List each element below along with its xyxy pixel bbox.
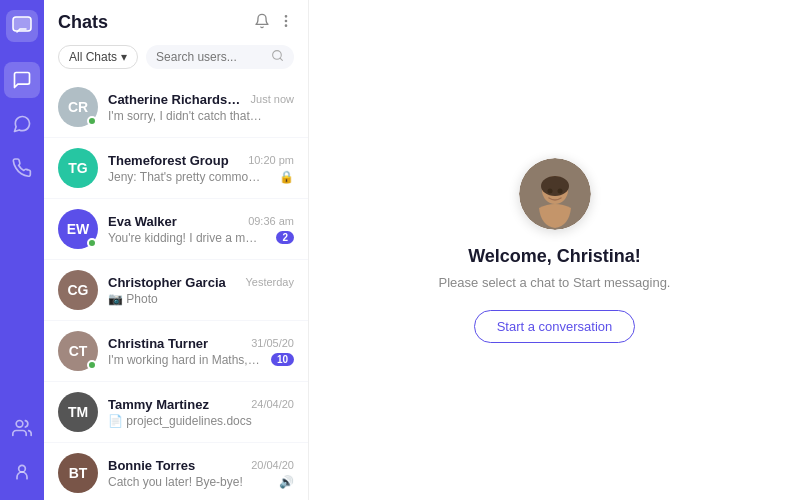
start-conversation-button[interactable]: Start a conversation [474, 310, 636, 343]
chat-items: CR Catherine Richardson Just now I'm sor… [44, 77, 308, 500]
nav-users[interactable] [4, 410, 40, 446]
chat-name: Themeforest Group [108, 153, 229, 168]
search-box [146, 45, 294, 69]
chat-item[interactable]: CT Christina Turner 31/05/20 I'm working… [44, 321, 308, 382]
chat-item[interactable]: TM Tammy Martinez 24/04/20 📄 project_gui… [44, 382, 308, 443]
chat-name: Tammy Martinez [108, 397, 209, 412]
chat-name: Bonnie Torres [108, 458, 195, 473]
chat-preview: Jeny: That's pretty common, I heard th..… [108, 170, 263, 184]
chat-time: 10:20 pm [248, 154, 294, 166]
chat-item[interactable]: EW Eva Walker 09:36 am You're kidding! I… [44, 199, 308, 260]
chat-list-panel: Chats All Chats ▾ [44, 0, 309, 500]
status-online [87, 360, 97, 370]
avatar-wrap: CG [58, 270, 98, 310]
avatar-wrap: EW [58, 209, 98, 249]
chat-item[interactable]: CG Christopher Garcia Yesterday 📷 Photo [44, 260, 308, 321]
chat-preview: You're kidding! I drive a motorcycle as … [108, 231, 263, 245]
chat-item[interactable]: BT Bonnie Torres 20/04/20 Catch you late… [44, 443, 308, 500]
chat-preview: I'm sorry, I didn't catch that. Could yo… [108, 109, 263, 123]
avatar-wrap: TG [58, 148, 98, 188]
status-online [87, 238, 97, 248]
chat-info: Bonnie Torres 20/04/20 Catch you later! … [108, 458, 294, 489]
header-actions [254, 13, 294, 33]
chat-info: Tammy Martinez 24/04/20 📄 project_guidel… [108, 397, 294, 428]
chat-time: 09:36 am [248, 215, 294, 227]
chat-preview: 📄 project_guidelines.docs [108, 414, 252, 428]
avatar-wrap: CR [58, 87, 98, 127]
svg-point-12 [557, 188, 562, 193]
svg-point-10 [541, 176, 569, 196]
nav-chat[interactable] [4, 62, 40, 98]
sidebar-nav [0, 0, 44, 500]
lock-icon: 🔒 [279, 170, 294, 184]
search-input[interactable] [156, 50, 265, 64]
more-icon[interactable] [278, 13, 294, 33]
svg-point-5 [285, 25, 286, 26]
chat-preview: 📷 Photo [108, 292, 158, 306]
unread-badge: 2 [276, 231, 294, 244]
search-icon [271, 49, 284, 65]
chat-list-header: Chats [44, 0, 308, 41]
avatar-wrap: BT [58, 453, 98, 493]
chat-time: Just now [251, 93, 294, 105]
svg-point-2 [19, 465, 26, 472]
status-online [87, 116, 97, 126]
chat-name: Christina Turner [108, 336, 208, 351]
chat-time: 24/04/20 [251, 398, 294, 410]
app-logo [6, 10, 38, 42]
chat-time: Yesterday [245, 276, 294, 288]
unread-badge: 10 [271, 353, 294, 366]
sound-icon: 🔊 [279, 475, 294, 489]
chat-preview: I'm working hard in Maths, Physics an... [108, 353, 263, 367]
avatar-wrap: TM [58, 392, 98, 432]
chat-info: Christina Turner 31/05/20 I'm working ha… [108, 336, 294, 367]
welcome-title: Welcome, Christina! [468, 246, 641, 267]
chat-item[interactable]: CR Catherine Richardson Just now I'm sor… [44, 77, 308, 138]
chat-info: Christopher Garcia Yesterday 📷 Photo [108, 275, 294, 306]
chat-info: Themeforest Group 10:20 pm Jeny: That's … [108, 153, 294, 184]
avatar-wrap: CT [58, 331, 98, 371]
nav-phone[interactable] [4, 150, 40, 186]
chat-info: Eva Walker 09:36 am You're kidding! I dr… [108, 214, 294, 245]
chat-info: Catherine Richardson Just now I'm sorry,… [108, 92, 294, 123]
chat-name: Catherine Richardson [108, 92, 243, 107]
filter-all-chats[interactable]: All Chats ▾ [58, 45, 138, 69]
svg-point-3 [285, 15, 286, 16]
bell-icon[interactable] [254, 13, 270, 33]
welcome-subtitle: Please select a chat to Start messaging. [439, 275, 671, 290]
chat-preview: Catch you later! Bye-bye! [108, 475, 243, 489]
chat-name: Christopher Garcia [108, 275, 226, 290]
chat-time: 20/04/20 [251, 459, 294, 471]
main-area: Welcome, Christina! Please select a chat… [309, 0, 800, 500]
svg-point-11 [547, 188, 552, 193]
chat-item[interactable]: TG Themeforest Group 10:20 pm Jeny: That… [44, 138, 308, 199]
chat-list-title: Chats [58, 12, 108, 33]
nav-comments[interactable] [4, 106, 40, 142]
svg-point-4 [285, 20, 286, 21]
chat-time: 31/05/20 [251, 337, 294, 349]
svg-point-1 [16, 421, 23, 428]
nav-profile[interactable] [4, 454, 40, 490]
filter-bar: All Chats ▾ [44, 41, 308, 77]
svg-line-7 [280, 58, 282, 60]
chat-name: Eva Walker [108, 214, 177, 229]
welcome-avatar [519, 158, 591, 230]
